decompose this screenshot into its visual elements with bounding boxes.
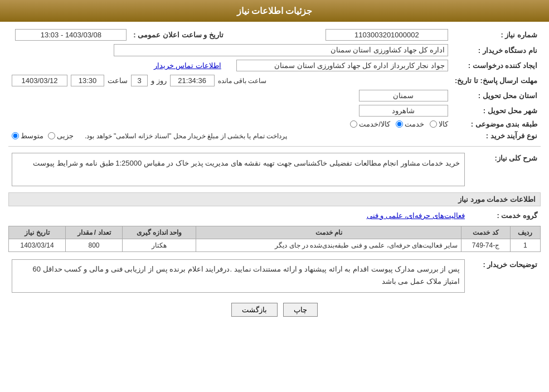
chap-button[interactable]: چاپ xyxy=(283,303,318,317)
shomara-niaz-cell: 1103003201000002 xyxy=(238,27,451,42)
tozihat-cell: پس از بررسی مدارک پیوست اقدام به ارائه پ… xyxy=(8,258,468,294)
dastgah-row: نام دستگاه خریدار : اداره کل جهاد کشاورز… xyxy=(8,42,541,58)
tabaqe-label: طبقه بندی موضوعی : xyxy=(451,118,541,130)
tozihat-value: پس از بررسی مدارک پیوست اقدام به ارائه پ… xyxy=(12,259,465,293)
th-tedad: تعداد / مقدار xyxy=(66,226,123,239)
nam-dastgah-label: نام دستگاه خریدار : xyxy=(451,42,541,58)
cell-nam: سایر فعالیت‌های حرفه‌ای، علمی و فنی طبقه… xyxy=(196,239,461,252)
sharh-label: شرح کلی نیاز: xyxy=(468,151,541,188)
shahr-row: شهر محل تحویل : شاهرود xyxy=(8,103,541,118)
services-table: ردیف کد خدمت نام خدمت واحد اندازه گیری ت… xyxy=(8,226,541,252)
nooe-faraind-label: نوع فرآیند خرید : xyxy=(451,130,541,142)
radio-jozei-item[interactable]: جزیی xyxy=(48,132,74,140)
radio-motavaset[interactable] xyxy=(12,132,19,139)
faraind-note: پرداخت تمام یا بخشی از مبلغ خریدار محل "… xyxy=(85,132,287,140)
table-row: 1 ج-74-749 سایر فعالیت‌های حرفه‌ای، علمی… xyxy=(9,239,541,252)
tabaqe-row: طبقه بندی موضوعی : کالا/خدمت خدمت کالا xyxy=(8,118,541,130)
cell-radif: 1 xyxy=(510,239,540,252)
radio-kala-khadamat-item[interactable]: کالا/خدمت xyxy=(350,120,390,128)
content-area: شماره نیاز : 1103003201000002 تاریخ و سا… xyxy=(0,22,549,328)
ijad-konande-cell: جواد نجار کاربرداز اداره کل جهاد کشاورزی… xyxy=(227,58,451,73)
ijad-konande-value: جواد نجار کاربرداز اداره کل جهاد کشاورزی… xyxy=(236,60,448,71)
goroh-cell: فعالیت‌های حرفه‌ای، علمی و فنی xyxy=(8,210,468,221)
nam-dastgah-cell: اداره کل جهاد کشاورزی استان سمنان xyxy=(8,42,451,58)
mohlat-row: مهلت ارسال پاسخ: تا تاریخ: ساعت باقی مان… xyxy=(8,73,541,88)
saaat-mande-value: 21:34:36 xyxy=(170,75,215,86)
shahr-value: شاهرود xyxy=(359,105,448,117)
services-table-body: 1 ج-74-749 سایر فعالیت‌های حرفه‌ای، علمی… xyxy=(9,239,541,252)
ostan-value: سمنان xyxy=(359,90,448,101)
shahr-label: شهر محل تحویل : xyxy=(451,103,541,118)
ijad-konande-label: ایجاد کننده درخواست : xyxy=(451,58,541,73)
tozihat-table: توضیحات خریدار : پس از بررسی مدارک پیوست… xyxy=(8,258,541,294)
sharh-value: خرید خدمات مشاور انجام مطالعات تفضیلی خا… xyxy=(12,153,465,186)
radio-khadamat[interactable] xyxy=(396,120,403,128)
roz-label: روز و xyxy=(151,76,167,85)
page-title: جزئیات اطلاعات نیاز xyxy=(237,6,313,16)
radio-motavaset-item[interactable]: متوسط xyxy=(12,132,43,140)
radio-kala-item[interactable]: کالا xyxy=(430,120,448,128)
button-row: چاپ بازگشت xyxy=(8,303,541,317)
ostan-label: استان محل تحویل : xyxy=(451,88,541,103)
radio-kala-khadamat[interactable] xyxy=(350,120,357,128)
th-nam: نام خدمت xyxy=(196,226,461,239)
shomara-row: شماره نیاز : 1103003201000002 تاریخ و سا… xyxy=(8,27,541,42)
goroh-value[interactable]: فعالیت‌های حرفه‌ای، علمی و فنی xyxy=(367,211,465,220)
ettelaat-tamas-cell: اطلاعات تماس خریدار xyxy=(8,58,227,73)
radio-khadamat-label: خدمت xyxy=(405,120,424,128)
goroh-table: گروه خدمت : فعالیت‌های حرفه‌ای، علمی و ف… xyxy=(8,210,541,221)
cell-vahed: هکتار xyxy=(123,239,196,252)
radio-jozei[interactable] xyxy=(48,132,55,139)
radio-khadamat-item[interactable]: خدمت xyxy=(396,120,424,128)
main-info-table: شماره نیاز : 1103003201000002 تاریخ و سا… xyxy=(8,27,541,142)
cell-tedad: 800 xyxy=(66,239,123,252)
saat-value: 13:30 xyxy=(71,75,104,86)
cell-code: ج-74-749 xyxy=(461,239,510,252)
tarikh-elan-label: تاریخ و ساعت اعلان عمومی : xyxy=(130,27,226,42)
th-tarikh: تاریخ نیاز xyxy=(9,226,66,239)
services-table-head: ردیف کد خدمت نام خدمت واحد اندازه گیری ت… xyxy=(9,226,541,239)
goroh-label: گروه خدمت : xyxy=(468,210,541,221)
th-radif: ردیف xyxy=(510,226,540,239)
ettelaat-tamas-link[interactable]: اطلاعات تماس خریدار xyxy=(154,61,221,70)
tarikh-value: 1403/03/12 xyxy=(12,75,67,86)
radio-kala-khadamat-label: کالا/خدمت xyxy=(359,120,390,128)
bazgasht-button[interactable]: بازگشت xyxy=(231,303,278,317)
ijad-row: ایجاد کننده درخواست : جواد نجار کاربرداز… xyxy=(8,58,541,73)
mohlat-label: مهلت ارسال پاسخ: تا تاریخ: xyxy=(451,73,541,88)
page-wrapper: جزئیات اطلاعات نیاز شماره نیاز : 1103003… xyxy=(0,0,549,392)
faraind-row: نوع فرآیند خرید : پرداخت تمام یا بخشی از… xyxy=(8,130,541,142)
radio-motavaset-label: متوسط xyxy=(21,132,43,140)
th-vahed: واحد اندازه گیری xyxy=(123,226,196,239)
tarikh-elan-cell: 1403/03/08 - 13:03 xyxy=(8,27,130,42)
tozihat-label: توضیحات خریدار : xyxy=(468,258,541,294)
saat-label: ساعت xyxy=(108,76,128,85)
divider-1 xyxy=(8,146,541,147)
roz-value: 3 xyxy=(131,75,148,86)
cell-tarikh: 1403/03/14 xyxy=(9,239,66,252)
page-header: جزئیات اطلاعات نیاز xyxy=(0,0,549,22)
saaat-mande-label: ساعت باقی مانده xyxy=(218,77,267,85)
ostan-row: استان محل تحویل : سمنان xyxy=(8,88,541,103)
shomara-niaz-label: شماره نیاز : xyxy=(451,27,541,42)
shomara-niaz-value: 1103003201000002 xyxy=(325,29,448,41)
sharh-cell: خرید خدمات مشاور انجام مطالعات تفضیلی خا… xyxy=(8,151,468,188)
khadamat-section-title: اطلاعات خدمات مورد نیاز xyxy=(8,192,541,206)
th-code: کد خدمت xyxy=(461,226,510,239)
services-table-area: ردیف کد خدمت نام خدمت واحد اندازه گیری ت… xyxy=(8,226,541,252)
tarikh-elan-value: 1403/03/08 - 13:03 xyxy=(15,29,127,41)
sharh-table: شرح کلی نیاز: خرید خدمات مشاور انجام مطا… xyxy=(8,151,541,188)
nam-dastgah-value: اداره کل جهاد کشاورزی استان سمنان xyxy=(114,44,448,56)
radio-kala-label: کالا xyxy=(439,120,448,128)
radio-kala[interactable] xyxy=(430,120,437,128)
radio-jozei-label: جزیی xyxy=(57,132,74,140)
